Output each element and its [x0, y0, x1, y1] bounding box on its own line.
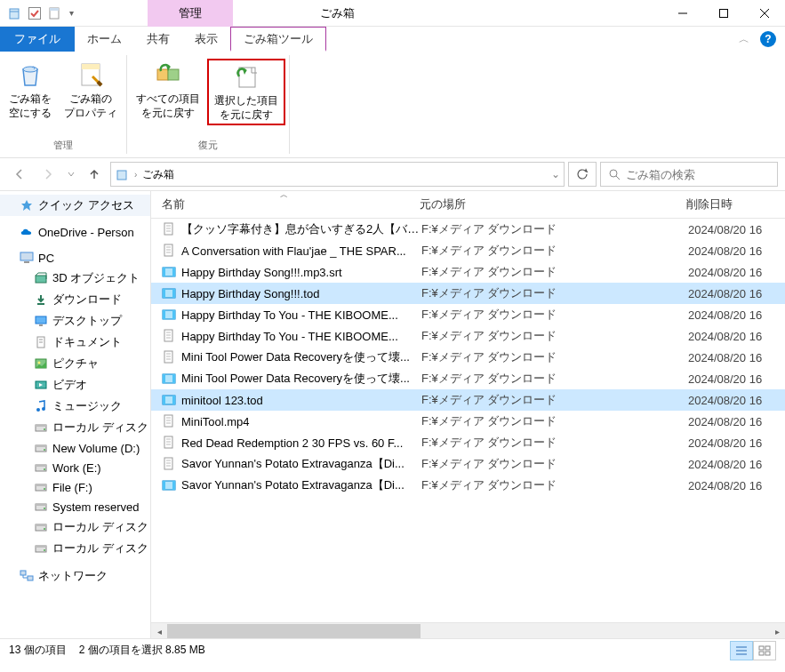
- close-button[interactable]: [744, 0, 785, 27]
- properties-icon[interactable]: [48, 6, 62, 20]
- sidebar-pc-child[interactable]: 3D オブジェクト: [0, 268, 150, 289]
- file-row[interactable]: Savor Yunnan's Potato Extravaganza【Di...…: [151, 475, 785, 496]
- sidebar-pc-child[interactable]: ビデオ: [0, 374, 150, 396]
- file-row[interactable]: 【クッソ字幕付き】息が合いすぎる2人【バニ...F:¥メディア ダウンロード20…: [151, 219, 785, 240]
- address-dropdown-icon[interactable]: ⌄: [551, 168, 560, 180]
- horizontal-scrollbar[interactable]: ◂ ▸: [151, 622, 785, 638]
- sidebar-pc-child[interactable]: System reserved: [0, 497, 150, 516]
- back-button[interactable]: [7, 162, 32, 187]
- recycle-bin-properties-button[interactable]: ごみ箱の プロパティ: [59, 59, 123, 122]
- recent-locations-button[interactable]: [64, 162, 78, 187]
- sidebar-pc-child[interactable]: デスクトップ: [0, 310, 150, 332]
- window-controls: [662, 0, 785, 27]
- sidebar-pc-child[interactable]: ダウンロード: [0, 289, 150, 310]
- restore-selected-items-button[interactable]: 選択した項目 を元に戻す: [207, 59, 285, 125]
- tab-file[interactable]: ファイル: [0, 27, 75, 52]
- svg-rect-16: [20, 252, 33, 260]
- ribbon-group-manage: ごみ箱を 空にする ごみ箱の プロパティ 管理: [0, 55, 127, 154]
- ribbon-group-label: 管理: [52, 137, 75, 154]
- forward-button[interactable]: [36, 162, 60, 187]
- file-row[interactable]: Happy Birthday To You - THE KIBOOME...F:…: [151, 325, 785, 347]
- restore-all-items-button[interactable]: すべての項目 を元に戻す: [131, 59, 205, 122]
- collapse-ribbon-icon[interactable]: ︿: [739, 32, 749, 47]
- file-type-icon: [162, 478, 176, 492]
- address-bar[interactable]: › ごみ箱 ⌄: [110, 162, 565, 187]
- sidebar-onedrive[interactable]: OneDrive - Person: [0, 218, 150, 242]
- svg-point-44: [44, 508, 45, 509]
- navigation-pane[interactable]: クイック アクセス OneDrive - Person PC 3D オブジェクト…: [0, 191, 151, 638]
- folder-icon: [34, 271, 48, 285]
- properties-large-icon: [76, 60, 105, 89]
- quick-access-toolbar: ▾: [0, 6, 74, 20]
- search-box[interactable]: [600, 162, 778, 187]
- sidebar-pc-child[interactable]: ピクチャ: [0, 353, 150, 374]
- sidebar-pc-child[interactable]: Work (E:): [0, 458, 150, 477]
- file-row[interactable]: Mini Tool Power Data Recoveryを使って壊...F:¥…: [151, 347, 785, 368]
- svg-point-14: [610, 170, 617, 177]
- svg-rect-18: [36, 276, 46, 283]
- search-input[interactable]: [626, 168, 775, 181]
- file-delete-date: 2024/08/20 16: [688, 351, 774, 364]
- file-row[interactable]: Savor Yunnan's Potato Extravaganza【Di...…: [151, 453, 785, 475]
- column-header-del-date[interactable]: 削除日時: [686, 196, 774, 212]
- folder-icon: [34, 541, 48, 556]
- file-delete-date: 2024/08/20 16: [688, 330, 774, 343]
- folder-icon: [34, 314, 48, 328]
- tree-label: Work (E:): [52, 461, 101, 475]
- scroll-left-icon[interactable]: ◂: [151, 623, 167, 638]
- svg-point-26: [38, 362, 41, 364]
- help-icon[interactable]: ?: [760, 31, 776, 47]
- column-header-name[interactable]: 名前: [162, 196, 420, 212]
- column-headers[interactable]: ︿ 名前 元の場所 削除日時: [151, 191, 785, 219]
- sidebar-quick-access[interactable]: クイック アクセス: [0, 195, 150, 216]
- file-row[interactable]: MiniTool.mp4F:¥メディア ダウンロード2024/08/20 16: [151, 411, 785, 432]
- svg-rect-69: [172, 310, 175, 319]
- checkbox-icon[interactable]: [28, 7, 41, 20]
- svg-rect-12: [239, 68, 255, 87]
- file-row[interactable]: Happy Birthday Song!!!.todF:¥メディア ダウンロード…: [151, 283, 785, 304]
- sidebar-network[interactable]: ネットワーク: [0, 561, 150, 587]
- scroll-thumb[interactable]: [167, 624, 421, 638]
- svg-rect-2: [50, 8, 59, 11]
- breadcrumb-separator-icon[interactable]: ›: [134, 170, 137, 180]
- details-view-button[interactable]: [730, 641, 753, 660]
- sidebar-pc-child[interactable]: ローカル ディスク (C: [0, 417, 150, 438]
- sidebar-pc[interactable]: PC: [0, 244, 150, 268]
- breadcrumb-current[interactable]: ごみ箱: [142, 167, 174, 182]
- file-row[interactable]: minitool 123.todF:¥メディア ダウンロード2024/08/20…: [151, 389, 785, 411]
- sidebar-pc-child[interactable]: ミュージック: [0, 396, 150, 417]
- sidebar-pc-child[interactable]: File (F:): [0, 477, 150, 497]
- file-row[interactable]: A Conversation with Flau'jae _ THE SPAR.…: [151, 240, 785, 261]
- file-original-location: F:¥メディア ダウンロード: [421, 392, 688, 408]
- tree-label: ビデオ: [52, 377, 87, 393]
- svg-point-47: [44, 528, 45, 530]
- file-row[interactable]: Red Dead Redemption 2 30 FPS vs. 60 F...…: [151, 432, 785, 453]
- sidebar-pc-child[interactable]: New Volume (D:): [0, 438, 150, 458]
- svg-point-41: [44, 488, 45, 490]
- file-row[interactable]: Happy Birthday Song!!!.mp3.srtF:¥メディア ダウ…: [151, 261, 785, 283]
- file-original-location: F:¥メディア ダウンロード: [421, 435, 688, 451]
- empty-recycle-bin-button[interactable]: ごみ箱を 空にする: [4, 59, 57, 122]
- sidebar-pc-child[interactable]: ローカル ディスク (I:): [0, 538, 150, 559]
- thumbnails-view-button[interactable]: [753, 641, 776, 660]
- up-button[interactable]: [82, 162, 107, 187]
- folder-icon: [34, 399, 48, 413]
- file-row[interactable]: Happy Birthday To You - THE KIBOOME...F:…: [151, 304, 785, 325]
- column-header-orig-location[interactable]: 元の場所: [420, 196, 686, 212]
- svg-rect-63: [172, 268, 175, 276]
- scroll-right-icon[interactable]: ▸: [769, 623, 785, 638]
- tab-share[interactable]: 共有: [134, 27, 182, 52]
- minimize-button[interactable]: [662, 0, 703, 27]
- qat-dropdown-icon[interactable]: ▾: [69, 8, 74, 18]
- sidebar-pc-child[interactable]: ローカル ディスク (H: [0, 516, 150, 538]
- tab-home[interactable]: ホーム: [75, 27, 134, 52]
- refresh-button[interactable]: [568, 162, 597, 187]
- sidebar-pc-child[interactable]: ドキュメント: [0, 332, 150, 353]
- maximize-button[interactable]: [703, 0, 744, 27]
- tab-view[interactable]: 表示: [182, 27, 230, 52]
- file-original-location: F:¥メディア ダウンロード: [421, 307, 688, 323]
- ribbon-tabs: ファイル ホーム 共有 表示 ごみ箱ツール ︿ ?: [0, 27, 785, 52]
- file-list[interactable]: 【クッソ字幕付き】息が合いすぎる2人【バニ...F:¥メディア ダウンロード20…: [151, 219, 785, 622]
- tab-recycle-tools[interactable]: ごみ箱ツール: [230, 27, 326, 52]
- file-row[interactable]: Mini Tool Power Data Recoveryを使って壊...F:¥…: [151, 368, 785, 389]
